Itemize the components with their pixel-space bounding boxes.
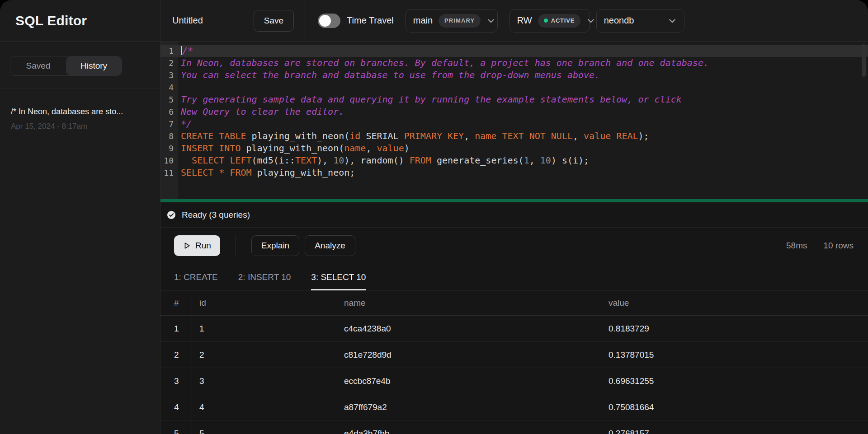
code-line: 5Try generating sample data and querying… <box>160 93 868 106</box>
result-tab-1[interactable]: 1: CREATE <box>174 264 218 290</box>
line-number: 9 <box>160 142 178 154</box>
run-button[interactable]: Run <box>174 235 220 256</box>
history-item-title: /* In Neon, databases are sto... <box>11 107 149 117</box>
analyze-button[interactable]: Analyze <box>305 235 355 256</box>
table-cell: a87ff679a2 <box>337 394 601 420</box>
query-title: Untitled <box>172 15 203 26</box>
code-text: Try generating sample data and querying … <box>178 93 682 106</box>
line-number: 1 <box>160 45 178 57</box>
table-cell: 4 <box>192 394 337 420</box>
table-cell: 5 <box>192 420 337 434</box>
code-editor[interactable]: 1/*2In Neon, databases are stored on bra… <box>160 42 868 199</box>
column-header: id <box>192 291 337 315</box>
code-line: 1/* <box>160 45 868 57</box>
code-lines: 1/*2In Neon, databases are stored on bra… <box>160 45 868 179</box>
table-row: 55e4da3b7fbb0.2768157 <box>160 420 868 434</box>
table-header-row: #idnamevalue <box>160 291 868 316</box>
query-header: Untitled Save <box>160 0 306 41</box>
table-cell: 0.75081664 <box>601 394 868 420</box>
query-stats: 58ms 10 rows <box>786 241 854 251</box>
line-number: 3 <box>160 69 178 81</box>
main-panel: Untitled Save Time Travel main PRIMARY R… <box>160 0 868 434</box>
line-number: 7 <box>160 118 178 130</box>
code-line: 10 SELECT LEFT(md5(i::TEXT), 10), random… <box>160 154 868 167</box>
table-cell: 0.13787015 <box>601 342 868 368</box>
history-item[interactable]: /* In Neon, databases are sto...Apr 15, … <box>11 107 149 131</box>
code-text <box>178 81 181 93</box>
sql-editor-window: SQL Editor SavedHistory /* In Neon, data… <box>0 0 868 434</box>
branch-name: main <box>413 15 433 26</box>
branch-select[interactable]: main PRIMARY <box>406 9 498 33</box>
code-text: */ <box>178 118 192 130</box>
code-text: /* <box>178 45 193 57</box>
play-icon <box>183 242 191 250</box>
database-select[interactable]: neondb <box>596 9 684 33</box>
line-number: 6 <box>160 106 178 118</box>
status-dot-icon <box>544 19 548 23</box>
code-line: 8CREATE TABLE playing_with_neon(id SERIA… <box>160 130 868 142</box>
check-circle-icon <box>167 210 176 219</box>
toggle-knob <box>319 15 331 27</box>
table-cell: 1 <box>160 316 192 341</box>
status-bar: Ready (3 queries) <box>160 202 868 228</box>
editor-scrollbar[interactable] <box>862 44 866 77</box>
primary-badge: PRIMARY <box>439 14 481 28</box>
code-line: 4 <box>160 81 868 93</box>
tab-saved[interactable]: Saved <box>10 56 66 75</box>
code-text: In Neon, databases are stored on branche… <box>178 57 709 69</box>
line-number: 8 <box>160 130 178 142</box>
table-cell: 0.8183729 <box>601 316 868 341</box>
line-number: 10 <box>160 154 178 167</box>
text-cursor <box>181 46 182 55</box>
table-cell: 3 <box>192 368 337 394</box>
time-travel-toggle[interactable] <box>318 14 340 28</box>
chevron-down-icon <box>586 16 595 25</box>
result-tab-2[interactable]: 2: INSERT 10 <box>238 264 291 290</box>
table-row: 11c4ca4238a00.8183729 <box>160 316 868 342</box>
table-cell: c81e728d9d <box>337 342 601 368</box>
table-cell: 4 <box>160 394 192 420</box>
table-row: 22c81e728d9d0.13787015 <box>160 342 868 368</box>
chevron-down-icon <box>486 16 495 25</box>
code-line: 11SELECT * FROM playing_with_neon; <box>160 167 868 179</box>
code-text: New Query to clear the editor. <box>178 106 344 118</box>
table-cell: e4da3b7fbb <box>337 420 601 434</box>
code-text: CREATE TABLE playing_with_neon(id SERIAL… <box>178 130 649 142</box>
code-text: You can select the branch and database t… <box>178 69 600 81</box>
line-number: 2 <box>160 57 178 69</box>
query-row-count: 10 rows <box>823 241 854 251</box>
saved-history-tabs: SavedHistory <box>10 56 122 76</box>
status-text: Ready (3 queries) <box>182 210 250 220</box>
compute-select[interactable]: RW ACTIVE <box>509 9 590 33</box>
tab-history[interactable]: History <box>66 56 122 75</box>
saved-history-tab-section: SavedHistory <box>0 42 160 89</box>
editor-resize-handle[interactable] <box>160 199 868 202</box>
table-cell: 0.69631255 <box>601 368 868 394</box>
table-cell: eccbc87e4b <box>337 368 601 394</box>
chevron-down-icon <box>668 16 677 25</box>
code-text: SELECT * FROM playing_with_neon; <box>178 167 355 179</box>
code-line: 2In Neon, databases are stored on branch… <box>160 57 868 69</box>
code-line: 3You can select the branch and database … <box>160 69 868 81</box>
result-tabs: 1: CREATE2: INSERT 103: SELECT 10 <box>160 264 868 291</box>
table-cell: 0.2768157 <box>601 420 868 434</box>
code-line: 7*/ <box>160 118 868 130</box>
table-cell: 2 <box>160 342 192 368</box>
table-cell: c4ca4238a0 <box>337 316 601 341</box>
time-travel-label: Time Travel <box>347 15 394 26</box>
line-number: 4 <box>160 81 178 93</box>
result-tab-3[interactable]: 3: SELECT 10 <box>311 264 366 290</box>
history-item-timestamp: Apr 15, 2024 - 8:17am <box>11 122 149 131</box>
save-button[interactable]: Save <box>254 10 294 32</box>
topbar-controls: Time Travel main PRIMARY RW ACTIVE <box>306 9 868 33</box>
results-table: #idnamevalue 11c4ca4238a00.818372922c81e… <box>160 291 868 434</box>
table-row: 33eccbc87e4b0.69631255 <box>160 368 868 394</box>
column-header: name <box>337 291 601 315</box>
code-line: 6New Query to clear the editor. <box>160 106 868 118</box>
history-list: /* In Neon, databases are sto...Apr 15, … <box>0 89 160 149</box>
table-cell: 3 <box>160 368 192 394</box>
line-number: 11 <box>160 167 178 179</box>
explain-button[interactable]: Explain <box>251 235 299 256</box>
table-cell: 2 <box>192 342 337 368</box>
topbar: Untitled Save Time Travel main PRIMARY R… <box>160 0 868 42</box>
